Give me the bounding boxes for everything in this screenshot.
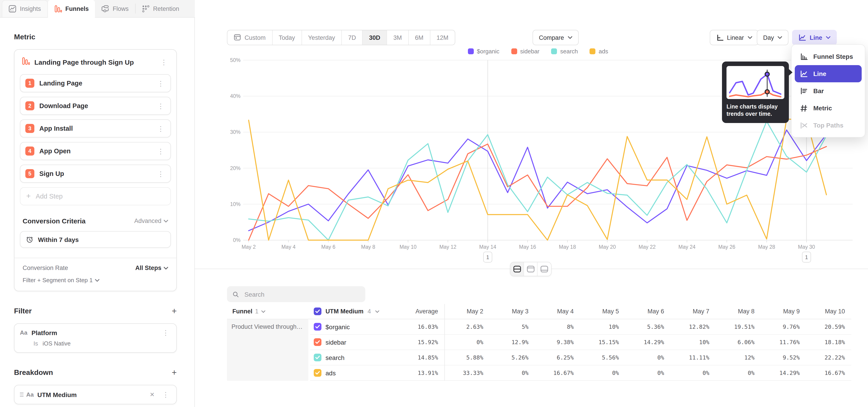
series-name-cell[interactable]: search — [310, 354, 391, 361]
y-axis-tick-label: 10% — [230, 201, 241, 207]
legend-item-sidebar[interactable]: sidebar — [511, 48, 539, 55]
metric-kebab-icon[interactable]: ⋮ — [159, 58, 169, 66]
series-checkbox[interactable] — [314, 369, 321, 377]
tab-funnels[interactable]: Funnels — [48, 0, 95, 18]
bar-chart-icon — [799, 87, 808, 95]
range-12m[interactable]: 12M — [430, 30, 455, 45]
value-cell: 15.92% — [391, 339, 444, 345]
funnel-column-header[interactable]: Funnel 1 — [227, 308, 310, 315]
filter-kebab-icon[interactable]: ⋮ — [160, 328, 171, 337]
column-header-may-3[interactable]: May 3 — [490, 308, 535, 315]
drag-handle-icon[interactable] — [20, 393, 24, 396]
filter-segment-dropdown[interactable]: Filter + Segment on Step 1 — [23, 277, 168, 284]
tab-label: Funnels — [65, 5, 89, 12]
metric-title: Landing Page through Sign Up — [34, 58, 154, 66]
series-line-search[interactable] — [249, 121, 827, 240]
legend-label: sidebar — [520, 48, 539, 55]
breakdown-kebab-icon[interactable]: ⋮ — [160, 390, 171, 399]
tab-flows[interactable]: Flows — [95, 0, 135, 17]
step-kebab-icon[interactable]: ⋮ — [156, 147, 166, 155]
series-column-header[interactable]: UTM Medium 4 — [310, 308, 391, 315]
metric-card-header[interactable]: Landing Page through Sign Up ⋮ — [20, 50, 171, 74]
funnel-step-2[interactable]: 2Download Page⋮ — [20, 97, 171, 115]
filter-platform-card[interactable]: Aa Platform ⋮ IsiOS Native — [14, 323, 177, 353]
value-cell: 19.51% — [716, 323, 761, 330]
column-header-may-4[interactable]: May 4 — [535, 308, 580, 315]
range-yesterday[interactable]: Yesterday — [302, 30, 342, 45]
series-name-cell[interactable]: $organic — [310, 323, 391, 331]
legend-item-organic[interactable]: $organic — [468, 48, 499, 55]
menu-item-metric[interactable]: Metric — [795, 99, 862, 117]
menu-item-bar[interactable]: Bar — [795, 82, 862, 99]
series-name-cell[interactable]: ads — [310, 369, 391, 377]
menu-item-top-paths: Top Paths — [795, 117, 862, 134]
step-kebab-icon[interactable]: ⋮ — [156, 101, 166, 110]
add-filter-button[interactable]: + — [172, 307, 177, 315]
range-3m[interactable]: 3M — [387, 30, 409, 45]
legend-item-ads[interactable]: ads — [590, 48, 608, 55]
funnel-step-5[interactable]: 5Sign Up⋮ — [20, 165, 171, 183]
step-label: Download Page — [39, 102, 151, 109]
legend-item-search[interactable]: search — [551, 48, 578, 55]
step-kebab-icon[interactable]: ⋮ — [156, 79, 166, 88]
advanced-dropdown[interactable]: Advanced — [134, 218, 168, 224]
select-all-checkbox[interactable] — [314, 308, 321, 315]
search-input[interactable] — [243, 290, 360, 298]
range-30d[interactable]: 30D — [363, 30, 387, 45]
scale-dropdown[interactable]: Linear — [710, 30, 758, 45]
column-header-average[interactable]: Average — [391, 308, 444, 315]
breakdown-heading: Breakdown + — [14, 368, 177, 377]
split-view-toggle[interactable] — [510, 262, 524, 276]
column-header-may-9[interactable]: May 9 — [761, 308, 806, 315]
funnel-step-3[interactable]: 3App Install⋮ — [20, 119, 171, 137]
range-label: 30D — [369, 34, 380, 41]
top-paths-icon — [799, 121, 808, 129]
range-custom[interactable]: Custom — [227, 30, 272, 45]
series-checkbox[interactable] — [314, 338, 321, 346]
legend-swatch — [468, 49, 473, 54]
menu-item-line[interactable]: Line — [795, 65, 862, 82]
step-number-badge: 1 — [25, 79, 34, 88]
value-cell: 9.76% — [761, 323, 806, 330]
add-breakdown-button[interactable]: + — [172, 368, 177, 377]
compare-button[interactable]: Compare — [532, 30, 579, 45]
legend-label: ads — [599, 48, 608, 55]
tab-insights[interactable]: Insights — [2, 0, 48, 17]
tab-retention[interactable]: Retention — [135, 0, 186, 17]
column-header-may-5[interactable]: May 5 — [580, 308, 625, 315]
menu-item-funnel-steps[interactable]: Funnel Steps — [795, 48, 862, 65]
series-checkbox[interactable] — [314, 323, 321, 331]
series-line-organic[interactable] — [249, 130, 827, 231]
add-step-button[interactable]: + Add Step — [20, 187, 171, 205]
chart-only-view-toggle[interactable] — [524, 262, 537, 276]
funnel-step-1[interactable]: 1Landing Page⋮ — [20, 74, 171, 92]
step-kebab-icon[interactable]: ⋮ — [156, 124, 166, 133]
range-6m[interactable]: 6M — [409, 30, 430, 45]
column-header-may-8[interactable]: May 8 — [716, 308, 761, 315]
table-search[interactable] — [227, 286, 365, 302]
conversion-window-button[interactable]: Within 7 days — [20, 231, 171, 248]
x-axis-tick-label: May 16 — [519, 244, 536, 250]
range-today[interactable]: Today — [272, 30, 302, 45]
breakdown-utm-card[interactable]: Aa UTM Medium ✕ ⋮ — [14, 385, 177, 404]
metric-heading-label: Metric — [14, 33, 35, 41]
value-cell: 11.11% — [671, 354, 716, 361]
step-kebab-icon[interactable]: ⋮ — [156, 169, 166, 178]
range-7d[interactable]: 7D — [342, 30, 363, 45]
chart-type-dropdown[interactable]: Line — [792, 30, 837, 45]
series-line-ads[interactable] — [249, 119, 827, 240]
table-only-view-toggle[interactable] — [537, 262, 551, 276]
series-name-cell[interactable]: sidebar — [310, 338, 391, 346]
line-chart-preview — [726, 66, 784, 99]
funnel-name-cell[interactable]: Product Viewed through P… — [227, 319, 308, 381]
column-header-may-10[interactable]: May 10 — [806, 308, 851, 315]
all-steps-dropdown[interactable]: All Steps — [135, 264, 168, 271]
funnel-step-4[interactable]: 4App Open⋮ — [20, 142, 171, 160]
add-step-label: Add Step — [36, 193, 166, 200]
column-header-may-6[interactable]: May 6 — [625, 308, 671, 315]
column-header-may-7[interactable]: May 7 — [671, 308, 716, 315]
series-checkbox[interactable] — [314, 354, 321, 361]
remove-breakdown-icon[interactable]: ✕ — [147, 391, 157, 398]
interval-dropdown[interactable]: Day — [757, 30, 788, 45]
column-header-may-2[interactable]: May 2 — [444, 308, 490, 315]
